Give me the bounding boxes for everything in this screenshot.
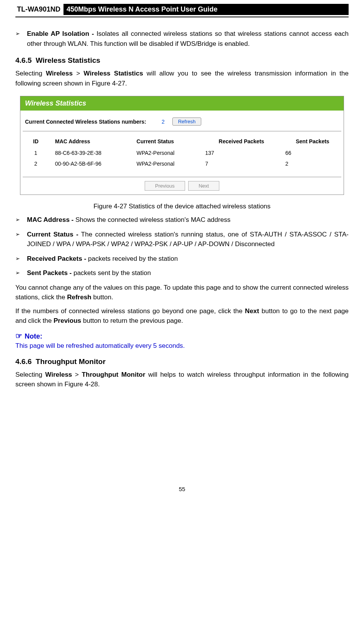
figure-nav: Previous Next [20, 177, 344, 195]
section-465-intro: Selecting Wireless > Wireless Statistics… [15, 69, 349, 88]
list-item: ➢ Current Status - The connected wireles… [15, 230, 349, 249]
arrow-icon: ➢ [15, 231, 20, 249]
arrow-icon: ➢ [15, 30, 20, 49]
section-heading-465: 4.6.5 Wireless Statistics [15, 56, 349, 65]
pagination-paragraph: If the numbers of connected wireless sta… [15, 306, 349, 326]
bullet-text: Enable AP Isolation - Isolates all conne… [27, 29, 349, 49]
arrow-icon: ➢ [15, 255, 20, 264]
bullet-text: Received Packets - packets received by t… [27, 254, 349, 264]
list-item: ➢ Enable AP Isolation - Isolates all con… [15, 29, 349, 49]
bullet-text: MAC Address - Shows the connected wirele… [27, 215, 349, 225]
connected-label: Current Connected Wireless Stations numb… [25, 119, 146, 125]
figure-title-bar: Wireless Statistics [20, 96, 344, 111]
col-sent: Sent Packets [282, 135, 344, 148]
refresh-button[interactable]: Refresh [172, 117, 202, 126]
header-model: TL-WA901ND [15, 5, 62, 14]
table-header-row: ID MAC Address Current Status Received P… [20, 135, 344, 148]
table-row: 2 00-90-A2-5B-6F-96 WPA2-Personal 7 2 [20, 158, 344, 169]
header-title: 450Mbps Wireless N Access Point User Gui… [63, 4, 349, 15]
refresh-paragraph: You cannot change any of the values on t… [15, 283, 349, 302]
section-heading-466: 4.6.6 Throughput Monitor [15, 357, 349, 366]
page-header: TL-WA901ND 450Mbps Wireless N Access Poi… [15, 4, 349, 15]
figure-caption: Figure 4-27 Statistics of the device att… [15, 203, 349, 210]
arrow-icon: ➢ [15, 216, 20, 225]
col-mac: MAC Address [51, 135, 133, 148]
list-item: ➢ Received Packets - packets received by… [15, 254, 349, 264]
figure-status-row: Current Connected Wireless Stations numb… [20, 111, 344, 131]
header-rule [15, 17, 349, 17]
figure-divider [23, 131, 341, 131]
previous-button[interactable]: Previous [145, 181, 185, 191]
col-recv: Received Packets [201, 135, 281, 148]
figure-4-27: Wireless Statistics Current Connected Wi… [20, 96, 344, 195]
table-row: 1 88-C6-63-39-2E-38 WPA2-Personal 137 66 [20, 148, 344, 158]
bullet-text: Sent Packets - packets sent by the stati… [27, 268, 349, 278]
bullet-list-mid: ➢ MAC Address - Shows the connected wire… [15, 215, 349, 278]
page-number: 55 [15, 486, 349, 492]
bullet-text: Current Status - The connected wireless … [27, 230, 349, 249]
next-button[interactable]: Next [188, 181, 219, 191]
list-item: ➢ MAC Address - Shows the connected wire… [15, 215, 349, 225]
section-466-intro: Selecting Wireless > Throughput Monitor … [15, 370, 349, 389]
note-text: This page will be refreshed automaticall… [15, 342, 349, 350]
arrow-icon: ➢ [15, 270, 20, 278]
stations-table: ID MAC Address Current Status Received P… [20, 135, 344, 169]
note-label: ☞Note: [15, 331, 349, 341]
list-item: ➢ Sent Packets - packets sent by the sta… [15, 268, 349, 278]
connected-count: 2 [162, 119, 165, 125]
col-id: ID [20, 135, 51, 148]
col-status: Current Status [133, 135, 202, 148]
hand-icon: ☞ [15, 332, 22, 340]
bullet-list-top: ➢ Enable AP Isolation - Isolates all con… [15, 29, 349, 49]
